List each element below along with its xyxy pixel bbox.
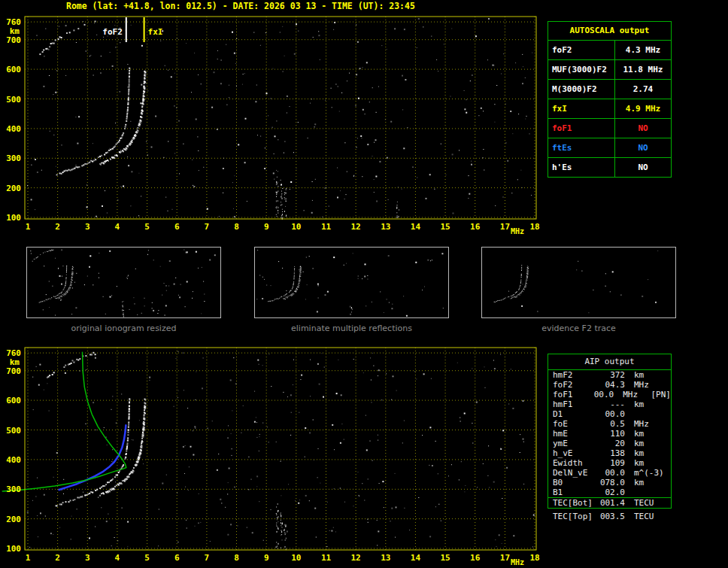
svg-text:9: 9 xyxy=(264,553,269,563)
parameter-unit: TECU xyxy=(634,498,667,508)
svg-text:1: 1 xyxy=(26,553,31,563)
svg-text:17: 17 xyxy=(500,222,510,232)
f2-trace-ordinary xyxy=(268,266,295,302)
station-title: Rome (lat: +41.8, lon: 012.5) - DATE: 20… xyxy=(66,1,415,11)
svg-text:100: 100 xyxy=(6,544,21,554)
parameter-label: hmF1 xyxy=(548,399,598,409)
parameter-value: 02.0 xyxy=(598,488,625,497)
fxI-marker-label: fxI xyxy=(148,27,163,37)
svg-text:9: 9 xyxy=(264,222,269,232)
svg-text:200: 200 xyxy=(6,184,21,193)
parameter-value: 00.0 xyxy=(598,409,625,419)
aip-table-body: hmF2372kmfoF204.3MHzfoF100.0MHz[PN]hmF1-… xyxy=(548,370,671,508)
svg-text:8: 8 xyxy=(234,553,239,563)
parameter-value: 372 xyxy=(598,370,625,380)
parameter-label: h'Es xyxy=(548,158,615,177)
parameter-label: hmE xyxy=(548,429,598,439)
parameter-value: NO xyxy=(615,158,671,177)
svg-text:4: 4 xyxy=(115,222,120,232)
svg-text:6: 6 xyxy=(174,553,180,563)
x-axis-unit: MHz xyxy=(511,558,524,566)
aip-row-TEC-Bot: TEC[Bot]001.4TECU xyxy=(548,497,671,508)
svg-text:10: 10 xyxy=(291,553,301,563)
aip-row-h_vE: h_vE138km xyxy=(548,448,671,458)
f2-trace-extraordinary xyxy=(99,71,146,166)
autoscala-row-fxI: fxI4.9 MHz xyxy=(548,99,671,118)
svg-text:14: 14 xyxy=(411,222,421,232)
parameter-unit: MHz xyxy=(623,390,651,399)
thumbnail-caption-f2: evidence F2 trace xyxy=(481,323,676,333)
parameter-label: fxI xyxy=(548,99,615,118)
f2-trace-extraordinary xyxy=(511,266,529,299)
thumbnail-f2-trace xyxy=(481,247,676,318)
svg-text:15: 15 xyxy=(440,553,450,563)
aip-row-TEC-Top: TEC[Top]003.5TECU xyxy=(548,512,669,521)
aip-row-ymE: ymE20km xyxy=(548,439,671,448)
parameter-value: 001.4 xyxy=(598,498,625,508)
y-axis-unit: km xyxy=(10,357,20,367)
parameter-label: D1 xyxy=(548,409,598,419)
main-ionogram-chart: foF2fxI100200300400500600700760km1234567… xyxy=(0,15,544,241)
aip-row-Ewidth: Ewidth109km xyxy=(548,458,671,468)
multiple-reflection-trace xyxy=(32,250,54,262)
parameter-value: 2.74 xyxy=(615,80,671,99)
parameter-label: foF1 xyxy=(548,390,591,399)
svg-text:300: 300 xyxy=(6,484,21,494)
interference-streaks xyxy=(122,301,124,317)
parameter-value: 110 xyxy=(598,429,625,439)
f2-trace-extraordinary xyxy=(284,266,302,300)
parameter-unit: km xyxy=(634,458,667,468)
axis-tick-labels: 100200300400500600700760km12345678910111… xyxy=(6,348,540,566)
f2-trace-ordinary xyxy=(56,399,131,507)
grid-lines xyxy=(25,348,536,550)
parameter-value: 109 xyxy=(598,458,625,468)
svg-text:12: 12 xyxy=(350,222,360,232)
thumbnail-filtered-chart xyxy=(255,248,448,317)
parameter-value: 138 xyxy=(598,448,625,458)
parameter-unit: km xyxy=(634,399,667,409)
thumbnail-caption-filtered: eliminate multiple reflections xyxy=(254,323,449,333)
svg-text:14: 14 xyxy=(411,553,421,563)
f2-trace-ordinary xyxy=(56,68,131,176)
aip-row-B0: B0078.0km xyxy=(548,478,671,488)
interference-streaks xyxy=(276,170,399,220)
svg-text:500: 500 xyxy=(6,426,21,436)
axis-tick-labels: 100200300400500600700760km12345678910111… xyxy=(6,17,540,235)
parameter-note: [PN] xyxy=(651,390,672,399)
svg-text:700: 700 xyxy=(6,366,21,376)
plot-border xyxy=(25,17,536,219)
aip-row-foE: foE0.5MHz xyxy=(548,419,671,429)
svg-text:100: 100 xyxy=(6,213,21,223)
profile-ionogram-chart: 100200300400500600700760km12345678910111… xyxy=(0,346,544,568)
noise-echoes xyxy=(30,249,215,315)
interference-streaks xyxy=(350,306,353,315)
multiple-reflection-trace xyxy=(39,21,96,56)
autoscala-row-ftEs: ftEsNO xyxy=(548,138,671,157)
parameter-label: foF2 xyxy=(548,41,615,59)
svg-text:7: 7 xyxy=(205,553,210,563)
svg-text:17: 17 xyxy=(500,553,510,563)
svg-text:13: 13 xyxy=(381,222,390,232)
parameter-label: ymE xyxy=(548,439,598,448)
svg-text:12: 12 xyxy=(350,553,360,563)
parameter-unit: TECU xyxy=(634,512,667,521)
f2-trace-ordinary xyxy=(39,266,67,303)
svg-text:600: 600 xyxy=(6,396,21,405)
parameter-value: NO xyxy=(615,119,671,138)
thumbnail-caption-original: original ionogram resized xyxy=(26,323,221,333)
svg-text:2: 2 xyxy=(55,553,60,563)
aip-tec-top-row: TEC[Top]003.5TECU xyxy=(548,512,669,521)
aip-table-header: AIP output xyxy=(548,354,671,370)
autoscala-row-M(3000)F2: M(3000)F22.74 xyxy=(548,79,671,99)
autoscala-row-h'Es: h'EsNO xyxy=(548,157,671,177)
f2-trace-extraordinary xyxy=(56,266,74,299)
thumbnail-original-ionogram xyxy=(26,247,221,318)
electron-density-profile xyxy=(2,352,126,491)
parameter-value: NO xyxy=(615,138,671,157)
parameter-label: foF1 xyxy=(548,119,615,138)
parameter-label: Ewidth xyxy=(548,458,598,468)
autoscala-row-MUF(3000)F2: MUF(3000)F211.8 MHz xyxy=(548,59,671,79)
parameter-label: hmF2 xyxy=(548,370,598,380)
parameter-unit: km xyxy=(634,448,667,458)
autoscala-row-foF2: foF24.3 MHz xyxy=(548,41,671,59)
